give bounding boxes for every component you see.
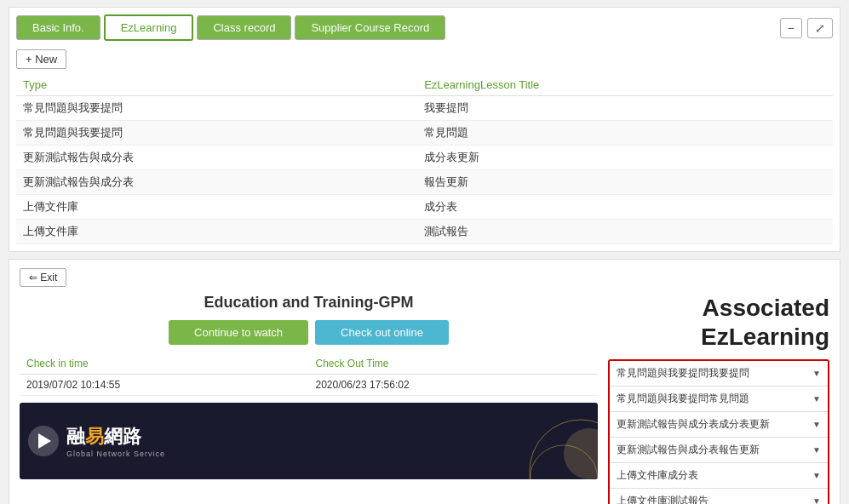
cell-title: 成分表更新 — [417, 146, 833, 170]
ez-list-item[interactable]: 更新測試報告與成分表成分表更新 ▼ — [610, 412, 828, 438]
continue-watch-button[interactable]: Continue to watch — [169, 320, 308, 345]
logo-sub: Global Network Service — [66, 450, 165, 458]
cell-checkin: 2019/07/02 10:14:55 — [20, 375, 309, 396]
col-type: Type — [16, 74, 417, 96]
ez-list-item[interactable]: 上傳文件庫成分表 ▼ — [610, 463, 828, 489]
dropdown-arrow-icon: ▼ — [812, 369, 821, 378]
new-btn-row: + New — [16, 49, 833, 69]
watch-buttons: Continue to watch Check out online — [20, 320, 598, 345]
dropdown-arrow-icon: ▼ — [812, 445, 821, 455]
tabs-row: Basic Info. EzLearning Class record Supp… — [16, 14, 833, 41]
associated-label: AssociatedEzLearning — [608, 294, 829, 351]
col-checkout: Check Out Time — [309, 353, 599, 375]
cell-type: 上傳文件庫 — [16, 195, 417, 220]
dropdown-arrow-icon: ▼ — [812, 420, 821, 429]
top-panel: Basic Info. EzLearning Class record Supp… — [9, 7, 840, 252]
play-button[interactable] — [28, 426, 59, 456]
cell-title: 我要提問 — [417, 96, 833, 121]
col-checkin: Check in time — [20, 353, 309, 375]
cell-type: 更新測試報告與成分表 — [16, 170, 417, 195]
video-decoration — [496, 403, 598, 479]
table-row[interactable]: 更新測試報告與成分表 成分表更新 — [16, 146, 833, 170]
right-section: AssociatedEzLearning 常見問題與我要提問我要提問 ▼ 常見問… — [608, 294, 829, 504]
minimize-button[interactable]: − — [780, 18, 802, 38]
cell-title: 測試報告 — [417, 220, 833, 244]
checkin-row: 2019/07/02 10:14:55 2020/06/23 17:56:02 — [20, 375, 598, 396]
table-row[interactable]: 上傳文件庫 測試報告 — [16, 220, 833, 244]
cell-checkout: 2020/06/23 17:56:02 — [309, 375, 599, 396]
dropdown-arrow-icon: ▼ — [812, 496, 821, 504]
video-player: 融易網路 Global Network Service — [20, 403, 598, 479]
cell-title: 常見問題 — [417, 121, 833, 146]
cell-type: 上傳文件庫 — [16, 220, 417, 244]
cell-title: 成分表 — [417, 195, 833, 220]
cell-title: 報告更新 — [417, 170, 833, 195]
logo-main: 融易網路 — [66, 424, 165, 450]
left-section: Education and Training-GPM Continue to w… — [20, 294, 598, 504]
ez-list-item-text: 更新測試報告與成分表報告更新 — [617, 443, 760, 457]
course-title: Education and Training-GPM — [20, 294, 598, 312]
ez-list-item[interactable]: 常見問題與我要提問我要提問 ▼ — [610, 361, 828, 387]
exit-button[interactable]: ⇐ Exit — [20, 268, 66, 287]
checkout-button[interactable]: Check out online — [315, 320, 449, 345]
expand-button[interactable]: ⤢ — [807, 18, 833, 38]
checkin-table: Check in time Check Out Time 2019/07/02 … — [20, 353, 598, 396]
ez-list-item[interactable]: 上傳文件庫測試報告 ▼ — [610, 489, 828, 504]
ez-list-item[interactable]: 更新測試報告與成分表報告更新 ▼ — [610, 438, 828, 463]
tab-ezlearning[interactable]: EzLearning — [104, 14, 194, 41]
table-row[interactable]: 更新測試報告與成分表 報告更新 — [16, 170, 833, 195]
ez-list-item-text: 常見問題與我要提問我要提問 — [617, 366, 749, 381]
new-button[interactable]: + New — [16, 49, 66, 69]
table-row[interactable]: 常見問題與我要提問 我要提問 — [16, 96, 833, 121]
cell-type: 常見問題與我要提問 — [16, 121, 417, 146]
play-icon — [38, 433, 51, 449]
video-logo: 融易網路 Global Network Service — [66, 424, 165, 458]
tab-basic-info[interactable]: Basic Info. — [16, 15, 100, 40]
tab-class-record[interactable]: Class record — [197, 15, 291, 40]
cell-type: 更新測試報告與成分表 — [16, 146, 417, 170]
ezlearning-table: Type EzLearningLesson Title 常見問題與我要提問 我要… — [16, 74, 833, 244]
ez-learning-list: 常見問題與我要提問我要提問 ▼ 常見問題與我要提問常見問題 ▼ 更新測試報告與成… — [608, 359, 829, 504]
ez-list-item[interactable]: 常見問題與我要提問常見問題 ▼ — [610, 387, 828, 412]
ez-list-item-text: 上傳文件庫測試報告 — [617, 494, 708, 504]
dropdown-arrow-icon: ▼ — [812, 471, 821, 480]
tab-supplier-course[interactable]: Supplier Course Record — [295, 15, 445, 40]
table-row[interactable]: 常見問題與我要提問 常見問題 — [16, 121, 833, 146]
tab-actions: − ⤢ — [780, 18, 833, 38]
ez-list-item-text: 更新測試報告與成分表成分表更新 — [617, 417, 770, 432]
table-row[interactable]: 上傳文件庫 成分表 — [16, 195, 833, 220]
dropdown-arrow-icon: ▼ — [812, 394, 821, 404]
bottom-panel: ⇐ Exit Education and Training-GPM Contin… — [9, 259, 840, 504]
ez-list-item-text: 常見問題與我要提問常見問題 — [617, 392, 749, 406]
cell-type: 常見問題與我要提問 — [16, 96, 417, 121]
bottom-content: Education and Training-GPM Continue to w… — [20, 294, 829, 504]
ez-list-item-text: 上傳文件庫成分表 — [617, 468, 698, 483]
col-title: EzLearningLesson Title — [417, 74, 833, 96]
svg-point-2 — [564, 428, 598, 479]
